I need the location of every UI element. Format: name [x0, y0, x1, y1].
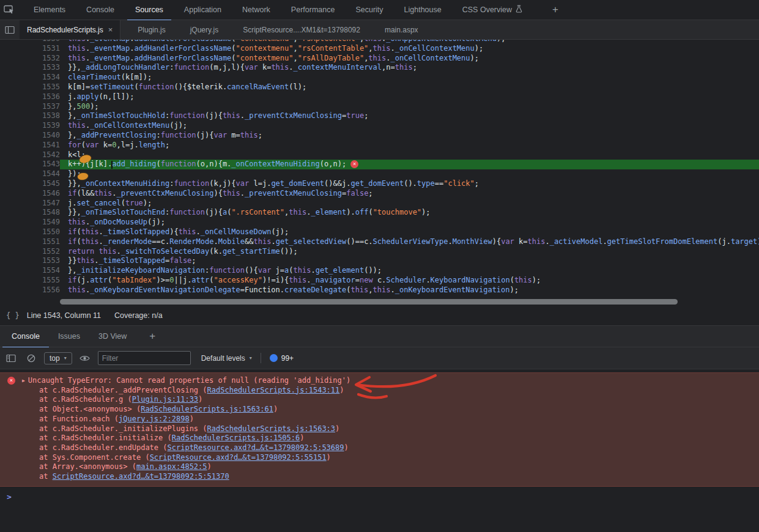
log-levels-dropdown[interactable]: Default levels ▾	[201, 354, 252, 363]
stack-source-link[interactable]: Plugin.js:11:33	[132, 395, 198, 404]
stack-source-link[interactable]: RadSchedulerScripts.js:1543:11	[207, 386, 340, 394]
code-line-1534[interactable]: 1534clearTimeout(k[m]);	[0, 73, 759, 83]
code-line-1551[interactable]: 1551if(this._renderMode==c.RenderMode.Mo…	[0, 237, 759, 247]
panel-tab-sources[interactable]: Sources	[127, 0, 171, 21]
line-number[interactable]: 1539	[0, 121, 60, 131]
inline-error-icon[interactable]: ×	[350, 160, 358, 168]
code-text[interactable]: }}this._timeSlotTapped=false;	[60, 256, 759, 266]
code-line-1553[interactable]: 1553}}this._timeSlotTapped=false;	[0, 256, 759, 266]
code-text[interactable]: for(var k=0,l=j.length;	[60, 141, 759, 150]
line-number[interactable]: 1542	[0, 150, 60, 160]
stack-source-link[interactable]: ScriptResource.axd?d…&t=13798092:5:53689	[168, 443, 344, 452]
code-text[interactable]: j.set_cancel(true);	[60, 199, 759, 209]
code-text[interactable]: clearTimeout(k[m]);	[60, 73, 759, 83]
code-text[interactable]: }},_addLongTouchHandler:function(m,j,l){…	[60, 63, 759, 73]
code-line-1535[interactable]: 1535k[m]=setTimeout(function(){$telerik.…	[0, 83, 759, 92]
code-line-1546[interactable]: 1546if(l&&this._preventCtxMenuClosing){t…	[0, 189, 759, 199]
code-line-1531[interactable]: 1531this._eventMap.addHandlerForClassNam…	[0, 44, 759, 54]
stack-source-link[interactable]: jQuery.js:2:2898	[119, 415, 190, 423]
code-text[interactable]: if(this._timeSlotTapped){this._onCellMou…	[60, 227, 759, 237]
code-text[interactable]: this._eventMap.addHandlerForClassName("c…	[60, 54, 759, 64]
code-line-1554[interactable]: 1554},_initializeKeyboardNavigation:func…	[0, 266, 759, 276]
line-number[interactable]: 1530	[0, 40, 60, 44]
file-tab-plugin.js[interactable]: Plugin.js	[130, 20, 172, 39]
toggle-navigator-icon[interactable]	[0, 20, 20, 39]
drawer-tab-issues[interactable]: Issues	[49, 326, 89, 348]
code-text[interactable]: },_initializeKeyboardNavigation:function…	[60, 266, 759, 276]
code-line-1550[interactable]: 1550if(this._timeSlotTapped){this._onCel…	[0, 227, 759, 237]
code-text[interactable]: k[m]=setTimeout(function(){$telerik.canc…	[60, 83, 759, 92]
code-text[interactable]: j.apply(n,[l]);	[60, 92, 759, 102]
code-line-1547[interactable]: 1547j.set_cancel(true);	[0, 199, 759, 209]
filter-input[interactable]	[98, 351, 191, 365]
source-editor[interactable]: 1530this._eventMap.addHandlerForClassNam…	[0, 40, 759, 305]
stack-source-link[interactable]: ScriptResource.axd?d…&t=13798092:5:55151	[150, 453, 327, 462]
stack-source-link[interactable]: RadSchedulerScripts.js:1563:61	[141, 405, 273, 413]
panel-tab-performance[interactable]: Performance	[283, 0, 343, 21]
drawer-tab-console[interactable]: Console	[2, 326, 49, 348]
code-line-1548[interactable]: 1548}},_onTimeSlotTouchEnd:function(j){a…	[0, 208, 759, 218]
line-number[interactable]: 1547	[0, 199, 60, 209]
panel-tab-security[interactable]: Security	[347, 0, 391, 21]
code-text[interactable]: this._eventMap.addHandlerForClassName("c…	[60, 40, 759, 44]
stack-source-link[interactable]: main.aspx:4852:5	[136, 462, 207, 471]
line-number[interactable]: 1534	[0, 73, 60, 83]
line-number[interactable]: 1550	[0, 227, 60, 237]
code-text[interactable]: k<l;	[60, 150, 759, 160]
messages-count-badge[interactable]: 99+	[270, 354, 294, 363]
panel-tab-css-overview[interactable]: CSS Overview	[454, 0, 530, 21]
file-tab-radschedulerscripts.js[interactable]: RadSchedulerScripts.js×	[20, 20, 120, 39]
code-text[interactable]: },_onTimeSlotTouchHold:function(j){this.…	[60, 111, 759, 121]
code-text[interactable]: },_addPreventClosing:function(j){var m=t…	[60, 131, 759, 141]
pretty-print-icon[interactable]: { }	[6, 311, 20, 320]
code-text[interactable]: return this._switchToSelectedDay(k.get_s…	[60, 247, 759, 257]
line-number[interactable]: 1556	[0, 286, 60, 295]
add-drawer-tab-icon[interactable]: +	[149, 330, 155, 342]
panel-tab-application[interactable]: Application	[176, 0, 229, 21]
code-text[interactable]: }},_onTimeSlotTouchEnd:function(j){a(".r…	[60, 208, 759, 218]
code-text[interactable]: if(l&&this._preventCtxMenuClosing){this.…	[60, 189, 759, 199]
code-text[interactable]: k++){j[k].add_hiding(function(o,n){m._on…	[60, 160, 759, 169]
line-number[interactable]: 1540	[0, 131, 60, 141]
code-line-1545[interactable]: 1545}},_onContextMenuHiding:function(k,j…	[0, 179, 759, 189]
line-number[interactable]: 1533	[0, 63, 60, 73]
drawer-tab-3d-view[interactable]: 3D View	[89, 326, 136, 348]
scrollbar-thumb[interactable]	[60, 299, 678, 305]
line-number[interactable]: 1546	[0, 189, 60, 199]
code-line-1539[interactable]: 1539this._onCellContextMenu(j);	[0, 121, 759, 131]
context-selector[interactable]: top ▾	[44, 352, 72, 364]
stack-source-link[interactable]: RadSchedulerScripts.js:1505:6	[172, 434, 300, 442]
add-panel-icon[interactable]: +	[552, 4, 558, 16]
code-line-1533[interactable]: 1533}},_addLongTouchHandler:function(m,j…	[0, 63, 759, 73]
code-line-1532[interactable]: 1532this._eventMap.addHandlerForClassNam…	[0, 54, 759, 64]
code-line-1552[interactable]: 1552return this._switchToSelectedDay(k.g…	[0, 247, 759, 257]
horizontal-scrollbar[interactable]	[60, 299, 753, 305]
code-line-1538[interactable]: 1538},_onTimeSlotTouchHold:function(j){t…	[0, 111, 759, 121]
inspect-device-icon[interactable]	[0, 2, 18, 18]
live-expression-eye-icon[interactable]	[78, 351, 92, 366]
code-line-1540[interactable]: 1540},_addPreventClosing:function(j){var…	[0, 131, 759, 141]
code-line-1555[interactable]: 1555if(j.attr("tabIndex")>=0||j.attr("ac…	[0, 276, 759, 286]
line-number[interactable]: 1536	[0, 92, 60, 102]
panel-tab-lighthouse[interactable]: Lighthouse	[396, 0, 450, 21]
stack-source-link[interactable]: RadSchedulerScripts.js:1563:3	[207, 424, 336, 433]
line-number[interactable]: 1551	[0, 237, 60, 247]
console-error-entry[interactable]: × ▶ Uncaught TypeError: Cannot read prop…	[0, 372, 759, 487]
code-text[interactable]: this._onDocMouseUp(j);	[60, 218, 759, 227]
code-line-1537[interactable]: 1537},500);	[0, 102, 759, 112]
code-text[interactable]: if(j.attr("tabIndex")>=0||j.attr("access…	[60, 276, 759, 286]
line-number[interactable]: 1535	[0, 83, 60, 92]
code-text[interactable]: this._eventMap.addHandlerForClassName("c…	[60, 44, 759, 54]
line-number[interactable]: 1549	[0, 218, 60, 227]
code-line-1536[interactable]: 1536j.apply(n,[l]);	[0, 92, 759, 102]
code-text[interactable]: if(this._renderMode==c.RenderMode.Mobile…	[60, 237, 759, 247]
panel-tab-console[interactable]: Console	[78, 0, 122, 21]
line-number[interactable]: 1548	[0, 208, 60, 218]
code-line-1541[interactable]: 1541for(var k=0,l=j.length;	[0, 141, 759, 150]
code-text[interactable]: });	[60, 169, 759, 179]
file-tab-scriptresource....xm1-t-13798092[interactable]: ScriptResource....XM1&t=13798092	[235, 20, 368, 39]
code-text[interactable]: this._onKeyboardEventNavigationDelegate=…	[60, 286, 759, 295]
code-text[interactable]: }},_onContextMenuHiding:function(k,j){va…	[60, 179, 759, 189]
stack-source-link[interactable]: ScriptResource.axd?d…&t=13798092:5:51370	[53, 472, 229, 481]
panel-tab-network[interactable]: Network	[234, 0, 278, 21]
